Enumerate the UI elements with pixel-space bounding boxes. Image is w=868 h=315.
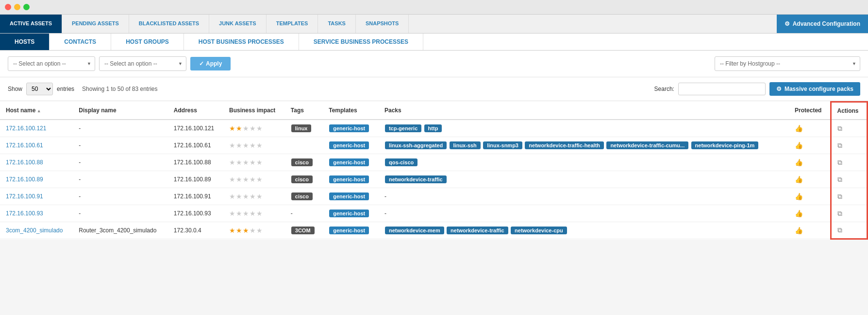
- pack-badge: tcp-generic: [385, 124, 421, 132]
- template-badge: generic-host: [329, 210, 369, 217]
- select-option-2-wrapper: -- Select an option --: [99, 56, 186, 71]
- star-rating: ★★★★★: [229, 227, 279, 234]
- pack-badge: networkdevice-mem: [385, 227, 444, 234]
- star-3: ★: [243, 210, 249, 217]
- pack-badge: networkdevice-traffic: [385, 175, 447, 183]
- hostname-link[interactable]: 172.16.100.91: [6, 193, 43, 200]
- star-3: ★: [243, 192, 249, 200]
- tag-badge: linux: [291, 124, 312, 132]
- cell-actions: ⧉: [831, 188, 868, 205]
- copy-icon[interactable]: ⧉: [837, 210, 842, 217]
- cell-address: 172.16.100.89: [168, 171, 223, 188]
- col-address[interactable]: Address: [168, 102, 223, 120]
- maximize-button[interactable]: [23, 4, 30, 10]
- cell-tags: [285, 137, 323, 154]
- cell-address: 172.30.0.4: [168, 222, 223, 239]
- cell-packs: linux-ssh-aggregated linux-ssh linux-snm…: [379, 137, 789, 154]
- hostname-link[interactable]: 172.16.100.88: [6, 159, 43, 166]
- hostgroup-filter[interactable]: -- Filter by Hostgroup --: [715, 56, 860, 71]
- sub-tab-service-business[interactable]: SERVICE BUSINESS PROCESSES: [299, 34, 423, 50]
- tag-badge: cisco: [291, 192, 313, 200]
- protected-icon: 👍: [795, 158, 803, 166]
- star-1: ★: [229, 227, 235, 234]
- sub-tab-host-business[interactable]: HOST BUSINESS PROCESSES: [184, 34, 299, 50]
- hostname-link[interactable]: 172.16.100.93: [6, 210, 43, 217]
- col-packs[interactable]: Packs: [379, 102, 789, 120]
- cell-impact: ★★★★★: [223, 205, 285, 222]
- copy-icon[interactable]: ⧉: [837, 192, 842, 200]
- col-hostname[interactable]: Host name: [0, 102, 73, 120]
- hosts-table: Host name Display name Address Business …: [0, 101, 868, 240]
- pack-badge: networkdevice-traffic-health: [525, 141, 604, 149]
- tab-tasks[interactable]: TASKS: [318, 15, 355, 33]
- sub-tab-host-groups[interactable]: HOST GROUPS: [111, 34, 184, 50]
- star-2: ★: [236, 141, 242, 149]
- cell-address: 172.16.100.93: [168, 205, 223, 222]
- col-displayname[interactable]: Display name: [73, 102, 168, 120]
- cell-displayname: Router_3com_4200_simulado: [73, 222, 168, 239]
- sub-tab-hosts[interactable]: HOSTS: [0, 34, 50, 50]
- hostname-link[interactable]: 172.16.100.61: [6, 142, 43, 149]
- no-packs: -: [384, 210, 386, 217]
- entries-label: entries: [57, 86, 74, 92]
- template-badge: generic-host: [329, 192, 369, 200]
- template-badge: generic-host: [329, 158, 369, 166]
- col-impact[interactable]: Business impact: [223, 102, 285, 120]
- table-row: 172.16.100.88 - 172.16.100.88 ★★★★★ cisc…: [0, 154, 868, 171]
- select-option-1[interactable]: -- Select an option --: [8, 56, 95, 71]
- pack-badge: linux-snmp3: [483, 141, 522, 149]
- tag-badge: cisco: [291, 158, 313, 166]
- select-option-2[interactable]: -- Select an option --: [99, 56, 186, 71]
- hostname-link[interactable]: 3com_4200_simulado: [6, 227, 63, 234]
- sub-tab-contacts[interactable]: CONTACTS: [50, 34, 111, 50]
- tab-blacklisted-assets[interactable]: BLACKLISTED ASSETS: [129, 15, 209, 33]
- star-4: ★: [250, 227, 256, 234]
- tab-junk-assets[interactable]: JUNK ASSETS: [209, 15, 267, 33]
- advanced-config-button[interactable]: ⚙ Advanced Configuration: [777, 15, 868, 33]
- cell-displayname: -: [73, 171, 168, 188]
- hostname-link[interactable]: 172.16.100.121: [6, 125, 46, 132]
- copy-icon[interactable]: ⧉: [837, 158, 842, 166]
- star-5: ★: [256, 227, 263, 234]
- table-row: 172.16.100.121 - 172.16.100.121 ★★★★★ li…: [0, 120, 868, 137]
- cell-templates: generic-host: [323, 154, 379, 171]
- protected-icon: 👍: [795, 227, 803, 234]
- col-tags[interactable]: Tags: [285, 102, 323, 120]
- col-templates[interactable]: Templates: [323, 102, 379, 120]
- star-1: ★: [229, 158, 235, 166]
- star-1: ★: [229, 210, 235, 217]
- cell-impact: ★★★★★: [223, 154, 285, 171]
- star-5: ★: [256, 141, 263, 149]
- cell-actions: ⧉: [831, 171, 868, 188]
- advanced-config-label: Advanced Configuration: [793, 20, 860, 27]
- hostgroup-filter-wrapper: -- Filter by Hostgroup --: [715, 56, 860, 71]
- tab-templates[interactable]: TEMPLATES: [267, 15, 318, 33]
- cell-actions: ⧉: [831, 137, 868, 154]
- copy-icon[interactable]: ⧉: [837, 175, 842, 183]
- col-protected[interactable]: Protected: [789, 102, 831, 120]
- search-input[interactable]: [678, 83, 766, 95]
- tab-active-assets[interactable]: ACTIVE ASSETS: [0, 15, 62, 33]
- massive-configure-button[interactable]: ⚙ Massive configure packs: [769, 82, 860, 96]
- protected-icon: 👍: [795, 124, 803, 132]
- cell-hostname: 172.16.100.121: [0, 120, 73, 137]
- tab-pending-assets[interactable]: PENDING ASSETS: [62, 15, 129, 33]
- close-button[interactable]: [5, 4, 11, 10]
- pack-badge: http: [424, 124, 442, 132]
- tab-snapshots[interactable]: SNAPSHOTS: [356, 15, 409, 33]
- cell-packs: tcp-generic http: [379, 120, 789, 137]
- massive-configure-label: Massive configure packs: [785, 86, 853, 92]
- star-2: ★: [236, 124, 242, 132]
- hostname-link[interactable]: 172.16.100.89: [6, 176, 43, 183]
- apply-button[interactable]: ✓ Apply: [190, 57, 231, 70]
- copy-icon[interactable]: ⧉: [837, 141, 842, 149]
- star-1: ★: [229, 124, 235, 132]
- minimize-button[interactable]: [14, 4, 20, 10]
- star-2: ★: [236, 192, 242, 200]
- cell-protected: 👍: [789, 154, 831, 171]
- copy-icon[interactable]: ⧉: [837, 124, 842, 132]
- filter-bar: -- Select an option -- -- Select an opti…: [0, 51, 868, 77]
- entries-select[interactable]: 50 10 25 100: [26, 83, 53, 95]
- copy-icon[interactable]: ⧉: [837, 226, 842, 234]
- window-controls: [0, 0, 868, 15]
